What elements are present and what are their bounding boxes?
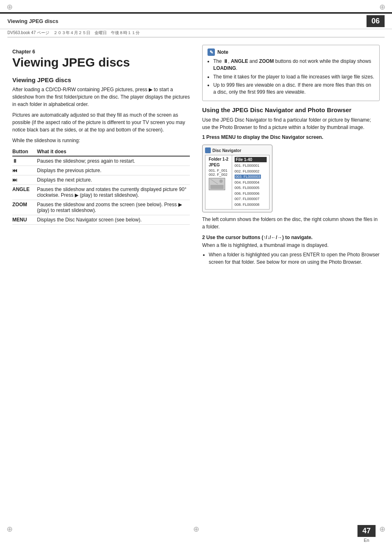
crosshair-bottom-right: ⊕ — [379, 525, 385, 534]
right-section-heading: Using the JPEG Disc Navigator and Photo … — [202, 106, 380, 114]
file-item: 002. FL000002 — [235, 169, 267, 175]
file-col-header: File 1-40 — [235, 157, 267, 162]
button-symbol: ⏭ — [12, 175, 37, 185]
page-footer: 47 En — [357, 525, 376, 543]
step2: 2 Use the cursor buttons (↑/↓/←/→) to na… — [202, 235, 380, 266]
step2-label: 2 Use the cursor buttons (↑/↓/←/→) to na… — [202, 235, 380, 240]
file-item: 004. FL000004 — [235, 180, 267, 186]
crosshair-bottom-center: ⊕ — [193, 525, 199, 534]
table-row: ⏮Displays the previous picture. — [12, 166, 190, 175]
file-item: 005. FL000005 — [235, 185, 267, 191]
note-box: ✎ Note The ⏸, ANGLE and ZOOM buttons do … — [202, 45, 380, 101]
table-row: ⏭Displays the next picture. — [12, 175, 190, 185]
step2-desc: When a file is highlighted, a thumbnail … — [202, 242, 380, 249]
left-column: Chapter 6 Viewing JPEG discs Viewing JPE… — [12, 41, 190, 270]
button-symbol: ZOOM — [12, 200, 37, 215]
step1: 1 Press MENU to display the Disc Navigat… — [202, 134, 380, 230]
disc-nav-icon — [205, 147, 211, 153]
left-section-heading: Viewing JPEG discs — [12, 76, 190, 83]
button-symbol: ANGLE — [12, 185, 37, 200]
disc-nav-files: File 1-40 001. FL000001002. FL000002003.… — [232, 155, 269, 209]
disc-nav-label: Disc Navigator — [212, 148, 241, 153]
step2-bullets: When a folder is highlighted you can pre… — [202, 251, 380, 266]
button-desc: Displays the next picture. — [37, 175, 190, 185]
header-meta: DV563.book 47 ページ ２０３年４月２５日 金曜日 午後８時１１分 — [7, 30, 385, 37]
file-item: 001. FL000001 — [235, 163, 267, 169]
chapter-title: Viewing JPEG discs — [12, 55, 190, 69]
bottom-decorations: ⊕ ⊕ ⊕ — [0, 522, 392, 534]
table-row: ANGLEPauses the slideshow and rotates th… — [12, 185, 190, 200]
table-row: ZOOMPauses the slideshow and zooms the s… — [12, 200, 190, 215]
note-icon: ✎ — [208, 48, 215, 56]
section-title: Viewing JPEG discs — [7, 18, 58, 24]
button-desc: Pauses the slideshow and zooms the scree… — [37, 200, 190, 215]
file-item: 003. FL000003 — [235, 174, 267, 180]
jpeg-label: JPEG — [209, 163, 228, 167]
svg-point-3 — [219, 180, 223, 183]
button-symbol: MENU — [12, 215, 37, 225]
disc-navigator: Disc Navigator Folder 1-2 JPEG 001. F_00… — [202, 145, 272, 212]
button-table: Button What it does ⏸Pauses the slidesho… — [12, 147, 190, 225]
button-symbol: ⏮ — [12, 166, 37, 175]
right-column: ✎ Note The ⏸, ANGLE and ZOOM buttons do … — [202, 41, 380, 270]
chapter-label: Chapter 6 — [12, 49, 190, 55]
button-desc: Pauses the slideshow and rotates the cur… — [37, 185, 190, 200]
note-item: The ⏸, ANGLE and ZOOM buttons do not wor… — [213, 58, 374, 72]
file-item: 007. FL000007 — [235, 196, 267, 202]
crosshair-top-left: ⊕ — [7, 2, 13, 12]
note-item: Up to 999 files are viewable on a disc. … — [213, 82, 374, 96]
footer-lang: En — [364, 538, 369, 543]
disc-nav-inner: Folder 1-2 JPEG 001. F_001002. F_002 — [205, 155, 270, 210]
left-intro1: After loading a CD/CD-R/RW containing JP… — [12, 86, 190, 108]
step2-bullet1: When a folder is highlighted you can pre… — [209, 251, 380, 266]
disc-nav-folders: Folder 1-2 JPEG 001. F_001002. F_002 — [205, 155, 232, 209]
button-desc: Displays the Disc Navigator screen (see … — [37, 215, 190, 225]
folder-item: 002. F_002 — [209, 173, 228, 177]
table-row: ⏸Pauses the slideshow; press again to re… — [12, 156, 190, 166]
file-item: 006. FL000006 — [235, 191, 267, 197]
table-col2: What it does — [37, 147, 190, 156]
right-intro: Use the JPEG Disc Navigator to find a pa… — [202, 116, 380, 131]
folder-items: 001. F_001002. F_002 — [209, 168, 228, 177]
file-items: 001. FL000001002. FL000002003. FL0000030… — [235, 163, 267, 207]
crosshair-bottom-left: ⊕ — [7, 525, 13, 534]
step1-desc: The left column shows the folders on the… — [202, 216, 380, 230]
footer-page-number: 47 — [357, 525, 376, 537]
left-intro2: Pictures are automatically adjusted so t… — [12, 111, 190, 134]
note-title: ✎ Note — [208, 48, 374, 56]
note-list: The ⏸, ANGLE and ZOOM buttons do not wor… — [208, 58, 374, 96]
folder-item: 001. F_001 — [209, 168, 228, 173]
note-item: The time it takes for the player to load… — [213, 74, 374, 81]
note-label: Note — [217, 49, 228, 55]
page-number-badge: 06 — [367, 15, 385, 27]
table-col1: Button — [12, 147, 37, 156]
button-symbol: ⏸ — [12, 156, 37, 166]
step1-label: 1 Press MENU to display the Disc Navigat… — [202, 134, 380, 140]
disc-nav-title: Disc Navigator — [205, 147, 270, 153]
button-desc: Displays the previous picture. — [37, 166, 190, 175]
crosshair-top-right: ⊕ — [379, 2, 385, 12]
table-row: MENUDisplays the Disc Navigator screen (… — [12, 215, 190, 225]
left-intro3: While the slideshow is running: — [12, 137, 190, 144]
folder-col-header: Folder 1-2 — [209, 157, 228, 161]
file-item: 008. FL000008 — [235, 202, 267, 208]
thumbnail-placeholder — [209, 178, 225, 190]
svg-rect-1 — [210, 185, 224, 189]
button-desc: Pauses the slideshow; press again to res… — [37, 156, 190, 166]
header-bar: Viewing JPEG discs 06 — [0, 12, 392, 29]
top-decorations: ⊕ ⊕ — [0, 0, 392, 12]
